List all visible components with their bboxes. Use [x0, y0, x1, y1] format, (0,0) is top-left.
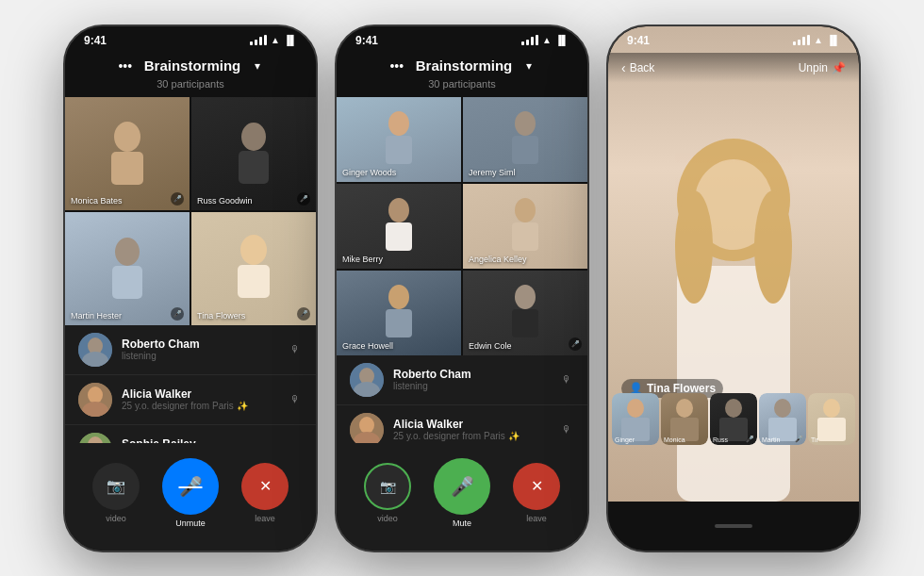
- participant-info-roberto-2: Roberto Cham listening: [393, 368, 550, 391]
- mic-monica: 🎤: [171, 192, 184, 206]
- participant-alicia[interactable]: Alicia Walker 25 y.o. designer from Pari…: [65, 375, 316, 425]
- unpin-button[interactable]: Unpin 📌: [799, 61, 846, 74]
- video-icon-1: 📷: [107, 477, 125, 495]
- chevron-down-button-2[interactable]: ▾: [520, 57, 538, 75]
- svg-rect-1: [111, 152, 143, 185]
- thumb-martin[interactable]: Martin 🎤: [759, 393, 806, 445]
- leave-circle-2[interactable]: ✕: [513, 463, 560, 510]
- video-circle-2[interactable]: 📷: [364, 463, 411, 510]
- video-control-1[interactable]: 📷 video: [92, 463, 140, 523]
- participant-list-1: Roberto Cham listening 🎙 Alicia Walker 2…: [65, 325, 316, 443]
- participant-roberto-2[interactable]: Roberto Cham listening 🎙: [337, 355, 587, 405]
- thumb-label-monica: Monica: [664, 436, 685, 443]
- video-cell-monica[interactable]: Monica Bates 🎤: [65, 97, 190, 210]
- call-title-1: Brainstorming: [144, 58, 241, 74]
- mic-russ: 🎤: [297, 192, 310, 206]
- video-cell-mike-berry[interactable]: Mike Berry: [337, 184, 461, 269]
- video-label-2: video: [377, 514, 398, 523]
- mute-control-1[interactable]: 🎤 Unmute: [162, 458, 219, 528]
- video-cell-edwin[interactable]: Edwin Cole 🎤: [463, 271, 587, 355]
- video-cell-tina[interactable]: Tina Flowers 🎤: [191, 212, 316, 325]
- thumb-russ[interactable]: Russ 🎤: [710, 393, 757, 445]
- svg-point-45: [754, 190, 792, 304]
- video-cell-ginger[interactable]: Ginger Woods: [337, 97, 461, 182]
- video-control-2[interactable]: 📷 video: [364, 463, 411, 523]
- video-cell-grace[interactable]: Grace Howell: [337, 271, 461, 355]
- name-ginger: Ginger Woods: [342, 168, 396, 177]
- svg-point-48: [676, 399, 693, 418]
- svg-point-28: [388, 285, 409, 309]
- more-options-button-2[interactable]: •••: [386, 55, 408, 77]
- leave-icon-2: ✕: [531, 477, 543, 495]
- thumb-label-martin: Martin: [762, 436, 780, 443]
- pin-icon: 📌: [832, 61, 846, 74]
- fullscreen-header: ‹ Back Unpin 📌: [608, 53, 859, 83]
- thumb-label-ginger: Ginger: [615, 436, 635, 443]
- thumb-ginger[interactable]: Ginger: [612, 393, 659, 445]
- video-cell-jeremy[interactable]: Jeremy Siml: [463, 97, 587, 182]
- back-icon: ‹: [621, 60, 626, 75]
- svg-rect-3: [239, 151, 269, 184]
- svg-point-46: [627, 399, 644, 418]
- participant-info-alicia-2: Alicia Walker 25 y.o. designer from Pari…: [393, 418, 550, 441]
- mic-edwin: 🎤: [569, 337, 582, 351]
- avatar-roberto: [78, 333, 112, 367]
- mute-label-1: Unmute: [175, 518, 206, 528]
- mute-circle-1[interactable]: 🎤: [162, 458, 219, 515]
- name-jeremy: Jeremy Siml: [469, 168, 516, 177]
- mute-circle-2[interactable]: 🎤: [434, 458, 490, 515]
- thumb-tina[interactable]: Tir: [808, 393, 855, 445]
- participant-mic-roberto: 🎙: [288, 342, 303, 357]
- video-cell-martin[interactable]: Martin Hester 🎤: [65, 212, 190, 325]
- leave-control-1[interactable]: ✕ leave: [241, 463, 289, 523]
- svg-rect-5: [112, 266, 142, 299]
- svg-rect-27: [512, 222, 538, 251]
- name-edwin: Edwin Cole: [469, 341, 512, 351]
- leave-label-2: leave: [526, 514, 547, 523]
- call-subtitle-1: 30 participants: [157, 78, 224, 90]
- call-controls-1: 📷 video 🎤 Unmute ✕ leave: [65, 443, 316, 551]
- participant-sophie[interactable]: Sophie Bailey listening 🎙: [65, 425, 316, 443]
- participant-status-alicia: 25 y.o. designer from Paris ✨: [122, 401, 278, 411]
- phone3-bottom-bar: [608, 502, 859, 551]
- home-indicator-3: [715, 524, 752, 528]
- signal-icon: [250, 35, 267, 45]
- participant-name-roberto: Roberto Cham: [122, 337, 278, 351]
- leave-control-2[interactable]: ✕ leave: [513, 463, 560, 523]
- chevron-down-button-1[interactable]: ▾: [248, 57, 267, 75]
- video-label-1: video: [106, 514, 126, 523]
- video-cell-angelica[interactable]: Angelica Kelley: [463, 184, 587, 269]
- svg-point-22: [515, 111, 536, 136]
- participant-name-roberto-2: Roberto Cham: [393, 368, 550, 381]
- avatar-roberto-2: [350, 363, 384, 397]
- name-tina: Tina Flowers: [197, 311, 245, 321]
- phone-3: 9:41 ▲ ▐▌: [606, 25, 861, 552]
- mic-tina: 🎤: [297, 307, 310, 321]
- status-icons-2: ▲ ▐▌: [521, 35, 569, 45]
- participant-roberto[interactable]: Roberto Cham listening 🎙: [65, 325, 316, 375]
- wifi-icon: ▲: [271, 35, 280, 45]
- svg-point-36: [359, 417, 374, 434]
- time-3: 9:41: [627, 34, 650, 47]
- svg-point-44: [675, 190, 713, 304]
- video-circle-1[interactable]: 📷: [92, 463, 140, 510]
- video-cell-russ[interactable]: Russ Goodwin 🎤: [191, 97, 316, 210]
- status-bar-1: 9:41 ▲ ▐▌: [65, 26, 316, 51]
- participant-mic-roberto-2: 🎙: [559, 372, 574, 387]
- call-subtitle-2: 30 participants: [428, 78, 496, 90]
- wifi-icon-2: ▲: [542, 35, 552, 45]
- participant-alicia-2[interactable]: Alicia Walker 25 y.o. designer from Pari…: [337, 405, 587, 443]
- mute-control-2[interactable]: 🎤 Mute: [434, 458, 490, 528]
- thumb-mic-russ: 🎤: [746, 436, 754, 443]
- svg-point-50: [725, 399, 742, 418]
- svg-point-20: [388, 111, 409, 136]
- thumb-label-russ: Russ: [713, 436, 728, 443]
- thumb-monica[interactable]: Monica: [661, 393, 708, 445]
- back-button[interactable]: ‹ Back: [621, 60, 654, 75]
- participant-status-roberto: listening: [122, 351, 278, 361]
- more-options-button-1[interactable]: •••: [114, 55, 137, 77]
- leave-circle-1[interactable]: ✕: [241, 463, 289, 510]
- status-icons-1: ▲ ▐▌: [250, 35, 297, 45]
- avatar-alicia: [78, 383, 112, 417]
- mic-martin: 🎤: [171, 307, 184, 321]
